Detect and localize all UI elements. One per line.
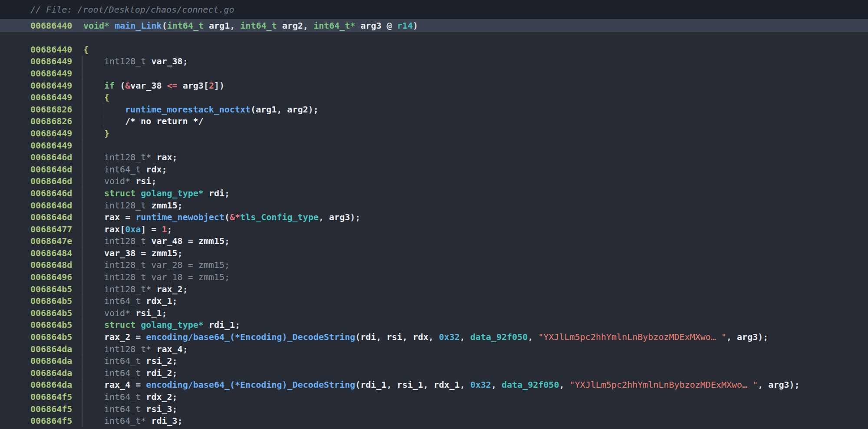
- code-line[interactable]: 006864f5int64_t* rdi_3;: [0, 415, 868, 427]
- address[interactable]: 00686449: [0, 91, 83, 103]
- token-kw[interactable]: int64_t: [167, 20, 204, 31]
- token-kw[interactable]: struct: [104, 188, 135, 198]
- code-line[interactable]: 0068646drax = runtime_newobject(&*tls_Co…: [0, 211, 868, 223]
- token-punct[interactable]: ;: [178, 416, 183, 426]
- token-type[interactable]: int128_t: [104, 236, 146, 246]
- token-var[interactable]: arg3: [360, 20, 381, 31]
- token-type[interactable]: int64_t: [104, 296, 141, 306]
- token-punct[interactable]: ,: [758, 380, 768, 390]
- token-type[interactable]: int64_t: [104, 356, 141, 366]
- token-punct[interactable]: (: [355, 380, 360, 390]
- token-var[interactable]: var_38: [104, 248, 135, 258]
- token-str[interactable]: "YXJlLm5pc2hhYmlnLnBybzozMDExMXwo… ": [538, 332, 726, 342]
- token-var[interactable]: rdi_1: [360, 380, 386, 390]
- address[interactable]: 006864b5: [0, 307, 83, 319]
- address[interactable]: 00686449: [0, 127, 83, 139]
- token-teal[interactable]: data_92f050: [470, 332, 528, 342]
- token-punct[interactable]: (: [224, 212, 230, 222]
- token-var[interactable]: rdi: [209, 188, 224, 198]
- token-var[interactable]: rax: [104, 224, 120, 234]
- token-punct[interactable]: =: [146, 224, 162, 234]
- address[interactable]: 006864f5: [0, 391, 83, 403]
- function-signature-line[interactable]: 00686440void* main_Link(int64_t arg1, in…: [0, 19, 868, 32]
- address[interactable]: 0068646d: [0, 211, 83, 223]
- code-line[interactable]: 006864b5void* rsi_1;: [0, 307, 868, 319]
- token-op[interactable]: &: [125, 80, 130, 91]
- token-punct[interactable]: (: [251, 104, 256, 115]
- token-type[interactable]: int64_t*: [104, 416, 146, 426]
- token-num[interactable]: 2: [209, 80, 214, 91]
- token-type[interactable]: int128_t*: [104, 284, 151, 294]
- token-punct[interactable]: ,: [491, 380, 502, 390]
- token-punct[interactable]: ,: [726, 332, 737, 342]
- code-line[interactable]: 0068646dvoid* rsi;: [0, 175, 868, 188]
- token-var[interactable]: arg3: [737, 332, 758, 342]
- token-punct[interactable]: ;: [172, 368, 178, 378]
- token-punct[interactable]: ;: [172, 356, 178, 366]
- token-type[interactable]: int64_t: [104, 368, 141, 378]
- token-brace[interactable]: {: [83, 44, 89, 55]
- address[interactable]: 006864da: [0, 355, 83, 367]
- code-line[interactable]: 006864b5struct golang_type* rdi_1;: [0, 319, 868, 331]
- address[interactable]: 006864da: [0, 379, 83, 391]
- token-var[interactable]: arg3: [183, 80, 204, 91]
- address[interactable]: 00686440: [0, 19, 83, 32]
- token-kw[interactable]: if: [104, 80, 115, 91]
- token-var[interactable]: rdi_2: [146, 368, 172, 378]
- code-line[interactable]: 006864b5rax_2 = encoding/base64_(*Encodi…: [0, 331, 868, 343]
- address[interactable]: 00686826: [0, 103, 83, 116]
- token-brace[interactable]: {: [104, 92, 109, 102]
- token-hex[interactable]: 0xa: [125, 224, 141, 234]
- code-line[interactable]: 0068648dint128_t var_28 = zmm15;: [0, 259, 868, 271]
- address[interactable]: 00686449: [0, 139, 83, 152]
- token-punct[interactable]: ;: [183, 284, 188, 294]
- token-teal[interactable]: golang_type*: [141, 188, 204, 198]
- token-punct[interactable]: ;: [178, 200, 183, 211]
- token-teal[interactable]: r14: [397, 20, 413, 31]
- token-op[interactable]: <=: [167, 80, 178, 91]
- token-punct[interactable]: ]): [214, 80, 224, 91]
- token-type[interactable]: int128_t: [104, 200, 146, 211]
- address[interactable]: 00686449: [0, 79, 83, 92]
- token-punct[interactable]: ,: [402, 332, 413, 342]
- token-var[interactable]: rsi_1: [135, 308, 162, 318]
- token-punct[interactable]: =: [130, 332, 146, 342]
- token-var[interactable]: arg1: [256, 104, 277, 115]
- token-type[interactable]: void*: [104, 308, 130, 318]
- code-line[interactable]: 006864b5int64_t rdx_1;: [0, 295, 868, 307]
- token-kw[interactable]: void*: [83, 20, 109, 31]
- address[interactable]: 0068646d: [0, 199, 83, 211]
- code-line[interactable]: 006864darax_4 = encoding/base64_(*Encodi…: [0, 379, 868, 391]
- code-line[interactable]: 00686449: [0, 67, 868, 79]
- token-punct[interactable]: ,: [460, 332, 470, 342]
- token-punct[interactable]: (: [162, 20, 167, 31]
- address[interactable]: 0068646d: [0, 151, 83, 163]
- token-var[interactable]: rdi: [360, 332, 376, 342]
- code-line[interactable]: 00686826runtime_morestack_noctxt(arg1, a…: [0, 103, 868, 116]
- address[interactable]: 00686484: [0, 247, 83, 259]
- token-punct[interactable]: ;: [183, 56, 188, 66]
- token-punct[interactable]: );: [350, 212, 360, 222]
- token-type[interactable]: int64_t: [104, 404, 141, 414]
- token-var[interactable]: rdi_3: [151, 416, 177, 426]
- token-punct[interactable]: ;: [183, 344, 188, 354]
- token-var[interactable]: rax: [156, 152, 172, 162]
- address[interactable]: 006864b5: [0, 283, 83, 295]
- token-teal[interactable]: data_92f050: [502, 380, 559, 390]
- token-punct[interactable]: ;: [162, 164, 167, 175]
- token-var[interactable]: arg2: [282, 20, 303, 31]
- token-punct[interactable]: ;: [172, 404, 178, 414]
- token-var[interactable]: rdx: [413, 332, 428, 342]
- token-punct[interactable]: ,: [386, 380, 397, 390]
- token-punct[interactable]: );: [758, 332, 768, 342]
- token-fn[interactable]: runtime_morestack_noctxt: [125, 104, 251, 115]
- token-fn[interactable]: encoding/base64_(*Encoding)_DecodeString: [146, 380, 355, 390]
- code-line[interactable]: 0068647eint128_t var_48 = zmm15;: [0, 235, 868, 248]
- token-punct[interactable]: ;: [172, 392, 178, 402]
- code-line[interactable]: 0068646dint64_t rdx;: [0, 163, 868, 175]
- token-var[interactable]: arg2: [287, 104, 308, 115]
- token-punct[interactable]: ,: [319, 212, 329, 222]
- token-var[interactable]: rax_2: [104, 332, 130, 342]
- code-line[interactable]: 006864f5int64_t rsi_3;: [0, 403, 868, 415]
- token-punct[interactable]: ,: [376, 332, 386, 342]
